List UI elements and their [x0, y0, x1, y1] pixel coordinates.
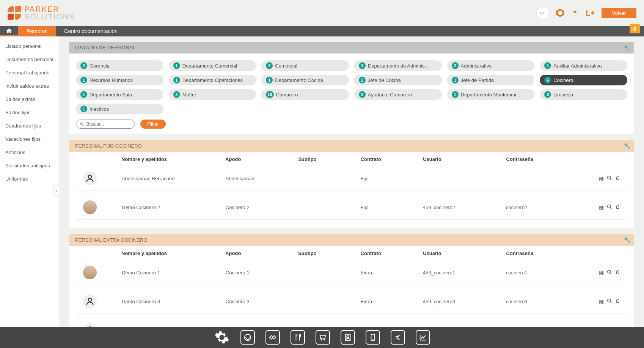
sidebar-collapse-icon[interactable]: ‹	[53, 185, 59, 196]
sidebar-item[interactable]: Anticipos	[0, 146, 59, 159]
table-row[interactable]: Demo Cocinero 3Cocinero 3Extra459_cocine…	[76, 289, 627, 314]
sidebar-item[interactable]: Listado personal	[0, 39, 59, 53]
table-row[interactable]: Abdessamad BerrachedAbdessamadFijo▦	[76, 166, 627, 191]
filter-pill[interactable]: 1Jefe de Partida	[447, 75, 535, 85]
count-badge: 1	[452, 77, 459, 83]
filter-pill[interactable]: 2Administrativo	[447, 60, 535, 71]
sidebar-item[interactable]: Solicitudes anticipos	[0, 159, 59, 172]
top-actions: K C Volver	[536, 6, 636, 19]
bell-icon[interactable]	[571, 9, 579, 17]
sidebar-item[interactable]: Personal trabajando	[0, 66, 59, 79]
table-row[interactable]: Demo Cocinero 2Cocinero 2Fijo459_cociner…	[76, 195, 627, 220]
count-badge: 1	[80, 106, 87, 112]
table-row[interactable]: Demo Cocinero 4Cocinero 4Extra459_cocine…	[76, 318, 627, 327]
sidebar-item[interactable]: Saldos fijos	[0, 106, 59, 119]
count-badge: 6	[544, 77, 551, 83]
cell-contrato: Extra	[361, 299, 423, 304]
contacts-icon[interactable]	[341, 330, 355, 345]
table-header: Nombre y apellidos Apodo Subtipo Contrat…	[76, 152, 627, 166]
cell-contrasena: cocinero1	[506, 270, 589, 276]
tab-personal[interactable]: Personal	[18, 26, 56, 36]
back-button[interactable]: Volver	[602, 8, 636, 18]
count-badge: 2	[359, 91, 366, 98]
section-title: PERSONAL FIJO COCINERO	[75, 143, 142, 149]
avatar	[83, 172, 97, 185]
filter-button[interactable]: Filtrar	[140, 120, 166, 129]
row-actions: ▦	[589, 269, 627, 276]
chart-icon[interactable]	[416, 330, 430, 345]
count-badge: 2	[266, 62, 273, 69]
filter-pill[interactable]: 1Auxiliar Administrativo	[540, 60, 627, 71]
filter-pill[interactable]: 1Departamento de Adminis...	[354, 60, 442, 71]
search-icon[interactable]	[607, 298, 612, 304]
count-badge: 1	[544, 62, 551, 69]
cart-icon[interactable]	[316, 330, 330, 345]
wrench-icon[interactable]: 🔧	[624, 237, 630, 243]
support-icon[interactable]	[240, 330, 255, 345]
nav-notification-badge[interactable]: 0	[630, 24, 640, 33]
handshake-icon[interactable]	[265, 330, 280, 345]
grid-icon[interactable]: ▦	[599, 269, 604, 276]
settings-hex-icon[interactable]	[556, 9, 564, 17]
search-input-wrap[interactable]	[76, 120, 135, 129]
logo[interactable]: PARKER SOLUTIONS	[8, 5, 75, 20]
filter-pill[interactable]: 6Cocinero	[540, 75, 627, 85]
search-input[interactable]	[86, 121, 131, 127]
filter-pill[interactable]: 2Ayudante Camarero	[354, 89, 442, 100]
euro-icon[interactable]	[391, 330, 405, 345]
pill-label: Departamento Sala	[90, 92, 132, 98]
gear-icon[interactable]	[214, 329, 230, 345]
search-icon[interactable]	[607, 269, 612, 276]
sidebar-item[interactable]: Cuadrantes fijos	[0, 119, 59, 132]
logout-icon[interactable]	[586, 9, 595, 17]
restaurant-icon[interactable]	[291, 330, 305, 345]
wrench-icon[interactable]: 🔧	[624, 45, 631, 51]
trash-icon[interactable]	[615, 298, 620, 304]
tab-centro-documentacion[interactable]: Centro documentación	[56, 26, 126, 36]
filter-pill[interactable]: 3Limpieza	[540, 89, 627, 100]
filter-pill[interactable]: 1Departamento Sala	[76, 89, 163, 100]
sidebar-item[interactable]: Incluir saldos extras	[0, 79, 59, 93]
section-extra: PERSONAL EXTRA COCINERO 🔧 Nombre y apell…	[69, 234, 634, 327]
filter-pill[interactable]: 2Gerencia	[76, 60, 163, 71]
filter-pill[interactable]: 2Comercial	[261, 60, 349, 71]
sidebar-item[interactable]: Uniformes	[0, 172, 59, 186]
pill-label: Camarero	[276, 92, 298, 98]
cell-contrato: Extra	[361, 270, 423, 276]
sidebar-item[interactable]: Vacaciones fijos	[0, 132, 59, 146]
filter-pill[interactable]: 1Departamento Cocina	[261, 75, 349, 85]
count-badge: 2	[173, 91, 180, 98]
svg-point-0	[80, 123, 83, 125]
cell-nombre: Demo Cocinero 1	[122, 270, 226, 276]
cell-apodo: Abdessamad	[226, 176, 298, 181]
trash-icon[interactable]	[615, 175, 620, 181]
search-icon[interactable]	[607, 175, 612, 181]
filter-pill[interactable]: 1Inactivos	[76, 104, 163, 114]
user-avatar[interactable]: K C	[536, 6, 549, 19]
grid-icon[interactable]: ▦	[599, 204, 604, 210]
filter-pill[interactable]: 1Departamento Mantenimi...	[447, 89, 535, 100]
grid-icon[interactable]: ▦	[599, 298, 604, 304]
grid-icon[interactable]: ▦	[599, 175, 604, 181]
wrench-icon[interactable]: 🔧	[624, 143, 630, 149]
pill-label: Departamento de Adminis...	[368, 63, 429, 69]
cell-nombre: Demo Cocinero 2	[122, 205, 226, 210]
search-icon[interactable]	[607, 204, 612, 210]
table-header: Nombre y apellidos Apodo Subtipo Contrat…	[76, 246, 627, 260]
table-row[interactable]: Demo Cocinero 1Cocinero 1Extra459_cocine…	[76, 260, 627, 285]
filter-pill[interactable]: 1Departamento Operaciones	[169, 75, 256, 85]
sidebar-item[interactable]: Documentos personal	[0, 53, 59, 66]
filter-pill[interactable]: 2Jefe de Cocina	[354, 75, 442, 85]
mobile-icon[interactable]	[366, 330, 380, 345]
count-badge: 10	[266, 91, 273, 98]
filter-pill[interactable]: 1Recursos Humanos	[76, 75, 163, 85]
trash-icon[interactable]	[615, 269, 620, 276]
panel-title: LISTADO DE PERSONAL	[75, 45, 136, 50]
trash-icon[interactable]	[615, 204, 620, 210]
cell-usuario: 459_cocinero2	[423, 205, 506, 210]
sidebar-item[interactable]: Saldos extras	[0, 93, 59, 106]
home-tab[interactable]	[0, 26, 18, 36]
filter-pill[interactable]: 1Departamento Comercial	[169, 60, 256, 71]
filter-pill[interactable]: 10Camarero	[261, 89, 349, 100]
filter-pill[interactable]: 2Maître	[169, 89, 256, 100]
